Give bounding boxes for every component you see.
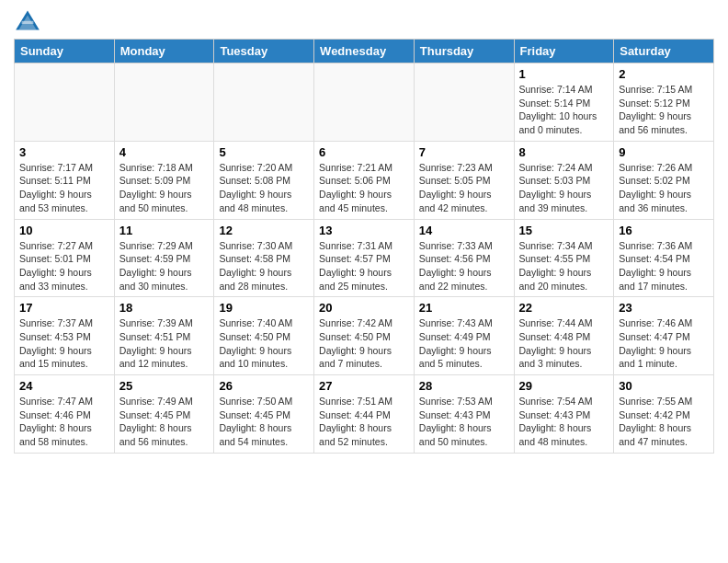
day-info: Sunrise: 7:34 AM Sunset: 4:55 PM Dayligh… xyxy=(519,239,609,293)
day-info: Sunrise: 7:55 AM Sunset: 4:42 PM Dayligh… xyxy=(619,395,709,449)
calendar-cell: 15Sunrise: 7:34 AM Sunset: 4:55 PM Dayli… xyxy=(514,219,614,297)
day-number: 10 xyxy=(19,224,109,237)
calendar-table: SundayMondayTuesdayWednesdayThursdayFrid… xyxy=(14,39,714,454)
day-info: Sunrise: 7:20 AM Sunset: 5:08 PM Dayligh… xyxy=(219,161,309,215)
day-number: 23 xyxy=(619,301,709,315)
day-info: Sunrise: 7:14 AM Sunset: 5:14 PM Dayligh… xyxy=(519,83,609,137)
calendar-cell: 6Sunrise: 7:21 AM Sunset: 5:06 PM Daylig… xyxy=(314,141,415,219)
calendar-cell xyxy=(414,63,514,142)
svg-rect-2 xyxy=(22,21,34,24)
day-number: 18 xyxy=(119,301,210,315)
calendar-cell: 1Sunrise: 7:14 AM Sunset: 5:14 PM Daylig… xyxy=(514,63,614,142)
day-info: Sunrise: 7:40 AM Sunset: 4:50 PM Dayligh… xyxy=(219,316,309,371)
day-info: Sunrise: 7:54 AM Sunset: 4:43 PM Dayligh… xyxy=(519,395,609,449)
day-number: 7 xyxy=(419,145,509,159)
day-number: 28 xyxy=(419,379,509,393)
calendar-cell: 28Sunrise: 7:53 AM Sunset: 4:43 PM Dayli… xyxy=(414,375,514,454)
calendar-cell xyxy=(314,63,415,142)
calendar-cell: 16Sunrise: 7:36 AM Sunset: 4:54 PM Dayli… xyxy=(614,219,714,297)
day-info: Sunrise: 7:30 AM Sunset: 4:58 PM Dayligh… xyxy=(219,239,309,293)
week-row-1: 3Sunrise: 7:17 AM Sunset: 5:11 PM Daylig… xyxy=(15,141,714,219)
page-header xyxy=(14,9,714,31)
day-info: Sunrise: 7:33 AM Sunset: 4:56 PM Dayligh… xyxy=(419,239,509,293)
calendar-cell: 9Sunrise: 7:26 AM Sunset: 5:02 PM Daylig… xyxy=(614,141,714,219)
day-number: 14 xyxy=(419,224,509,237)
day-number: 8 xyxy=(519,145,609,159)
day-number: 3 xyxy=(19,145,109,159)
col-header-saturday: Saturday xyxy=(614,40,714,63)
day-info: Sunrise: 7:26 AM Sunset: 5:02 PM Dayligh… xyxy=(619,161,709,215)
day-info: Sunrise: 7:39 AM Sunset: 4:51 PM Dayligh… xyxy=(119,316,210,371)
calendar-cell: 26Sunrise: 7:50 AM Sunset: 4:45 PM Dayli… xyxy=(214,375,314,454)
calendar-cell: 29Sunrise: 7:54 AM Sunset: 4:43 PM Dayli… xyxy=(514,375,614,454)
col-header-wednesday: Wednesday xyxy=(314,40,415,63)
day-number: 30 xyxy=(619,379,709,393)
week-row-0: 1Sunrise: 7:14 AM Sunset: 5:14 PM Daylig… xyxy=(15,63,714,142)
day-info: Sunrise: 7:18 AM Sunset: 5:09 PM Dayligh… xyxy=(119,161,210,215)
col-header-thursday: Thursday xyxy=(414,40,514,63)
col-header-monday: Monday xyxy=(114,40,214,63)
day-number: 25 xyxy=(119,379,210,393)
day-info: Sunrise: 7:47 AM Sunset: 4:46 PM Dayligh… xyxy=(19,395,109,449)
col-header-tuesday: Tuesday xyxy=(214,40,314,63)
calendar-cell: 8Sunrise: 7:24 AM Sunset: 5:03 PM Daylig… xyxy=(514,141,614,219)
calendar-cell: 13Sunrise: 7:31 AM Sunset: 4:57 PM Dayli… xyxy=(314,219,415,297)
day-number: 21 xyxy=(419,301,509,315)
day-info: Sunrise: 7:29 AM Sunset: 4:59 PM Dayligh… xyxy=(119,239,210,293)
logo xyxy=(14,9,43,31)
calendar-cell: 4Sunrise: 7:18 AM Sunset: 5:09 PM Daylig… xyxy=(114,141,214,219)
calendar-cell: 23Sunrise: 7:46 AM Sunset: 4:47 PM Dayli… xyxy=(614,297,714,375)
calendar-cell: 14Sunrise: 7:33 AM Sunset: 4:56 PM Dayli… xyxy=(414,219,514,297)
day-info: Sunrise: 7:17 AM Sunset: 5:11 PM Dayligh… xyxy=(19,161,109,215)
day-info: Sunrise: 7:21 AM Sunset: 5:06 PM Dayligh… xyxy=(319,161,409,215)
day-info: Sunrise: 7:49 AM Sunset: 4:45 PM Dayligh… xyxy=(119,395,210,449)
calendar-cell: 17Sunrise: 7:37 AM Sunset: 4:53 PM Dayli… xyxy=(15,297,115,375)
day-info: Sunrise: 7:43 AM Sunset: 4:49 PM Dayligh… xyxy=(419,316,509,371)
day-info: Sunrise: 7:15 AM Sunset: 5:12 PM Dayligh… xyxy=(619,83,709,137)
day-info: Sunrise: 7:23 AM Sunset: 5:05 PM Dayligh… xyxy=(419,161,509,215)
day-number: 6 xyxy=(319,145,409,159)
calendar-cell: 20Sunrise: 7:42 AM Sunset: 4:50 PM Dayli… xyxy=(314,297,415,375)
day-number: 12 xyxy=(219,224,309,237)
calendar-cell: 25Sunrise: 7:49 AM Sunset: 4:45 PM Dayli… xyxy=(114,375,214,454)
day-info: Sunrise: 7:50 AM Sunset: 4:45 PM Dayligh… xyxy=(219,395,309,449)
calendar-cell: 19Sunrise: 7:40 AM Sunset: 4:50 PM Dayli… xyxy=(214,297,314,375)
day-info: Sunrise: 7:46 AM Sunset: 4:47 PM Dayligh… xyxy=(619,316,709,371)
day-info: Sunrise: 7:36 AM Sunset: 4:54 PM Dayligh… xyxy=(619,239,709,293)
day-number: 11 xyxy=(119,224,210,237)
day-number: 24 xyxy=(19,379,109,393)
day-info: Sunrise: 7:44 AM Sunset: 4:48 PM Dayligh… xyxy=(519,316,609,371)
day-info: Sunrise: 7:31 AM Sunset: 4:57 PM Dayligh… xyxy=(319,239,409,293)
logo-icon xyxy=(14,9,41,31)
day-number: 26 xyxy=(219,379,309,393)
calendar-header-row: SundayMondayTuesdayWednesdayThursdayFrid… xyxy=(15,40,714,63)
calendar-cell xyxy=(114,63,214,142)
day-info: Sunrise: 7:42 AM Sunset: 4:50 PM Dayligh… xyxy=(319,316,409,371)
calendar-cell: 18Sunrise: 7:39 AM Sunset: 4:51 PM Dayli… xyxy=(114,297,214,375)
col-header-sunday: Sunday xyxy=(15,40,115,63)
calendar-cell: 12Sunrise: 7:30 AM Sunset: 4:58 PM Dayli… xyxy=(214,219,314,297)
calendar-cell: 5Sunrise: 7:20 AM Sunset: 5:08 PM Daylig… xyxy=(214,141,314,219)
day-number: 19 xyxy=(219,301,309,315)
calendar-cell xyxy=(15,63,115,142)
day-info: Sunrise: 7:53 AM Sunset: 4:43 PM Dayligh… xyxy=(419,395,509,449)
day-number: 17 xyxy=(19,301,109,315)
page-container: SundayMondayTuesdayWednesdayThursdayFrid… xyxy=(0,0,728,463)
day-info: Sunrise: 7:51 AM Sunset: 4:44 PM Dayligh… xyxy=(319,395,409,449)
calendar-cell: 24Sunrise: 7:47 AM Sunset: 4:46 PM Dayli… xyxy=(15,375,115,454)
day-number: 20 xyxy=(319,301,409,315)
week-row-3: 17Sunrise: 7:37 AM Sunset: 4:53 PM Dayli… xyxy=(15,297,714,375)
col-header-friday: Friday xyxy=(514,40,614,63)
day-number: 29 xyxy=(519,379,609,393)
day-number: 4 xyxy=(119,145,210,159)
calendar-cell: 11Sunrise: 7:29 AM Sunset: 4:59 PM Dayli… xyxy=(114,219,214,297)
day-number: 15 xyxy=(519,224,609,237)
calendar-cell: 21Sunrise: 7:43 AM Sunset: 4:49 PM Dayli… xyxy=(414,297,514,375)
week-row-4: 24Sunrise: 7:47 AM Sunset: 4:46 PM Dayli… xyxy=(15,375,714,454)
day-number: 1 xyxy=(519,67,609,81)
day-number: 2 xyxy=(619,67,709,81)
day-info: Sunrise: 7:24 AM Sunset: 5:03 PM Dayligh… xyxy=(519,161,609,215)
day-number: 16 xyxy=(619,224,709,237)
week-row-2: 10Sunrise: 7:27 AM Sunset: 5:01 PM Dayli… xyxy=(15,219,714,297)
day-number: 5 xyxy=(219,145,309,159)
